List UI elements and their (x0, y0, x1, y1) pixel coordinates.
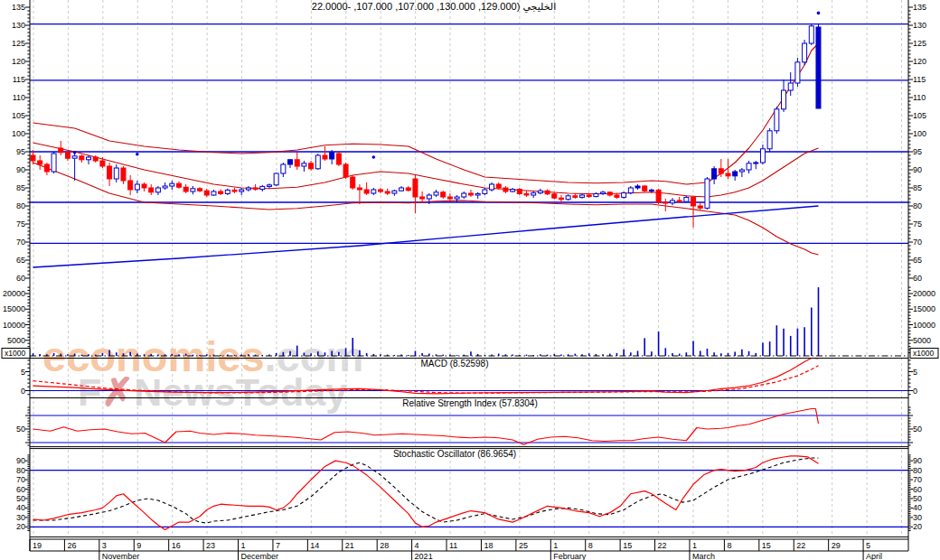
candle (135, 184, 139, 190)
candle (281, 164, 286, 173)
svg-text:50: 50 (16, 494, 25, 503)
candle (490, 184, 494, 190)
svg-text:40: 40 (16, 503, 25, 512)
svg-text:1: 1 (241, 541, 246, 550)
candle (580, 195, 585, 197)
svg-text:130: 130 (12, 21, 25, 30)
svg-text:9: 9 (136, 541, 141, 550)
candle (59, 148, 63, 153)
candle (691, 197, 696, 206)
svg-text:120: 120 (12, 57, 25, 66)
candlestick-chart-svg: 1351351301301251251201201151151101101051… (0, 0, 940, 560)
candle (183, 187, 188, 191)
candle (65, 153, 70, 158)
candle (87, 157, 91, 160)
svg-text:100: 100 (12, 129, 25, 138)
svg-text:March: March (692, 552, 715, 560)
candle (601, 192, 606, 194)
candle (260, 186, 265, 189)
candle (323, 155, 327, 159)
candle (93, 157, 98, 161)
candle (747, 163, 751, 170)
svg-text:10000: 10000 (913, 321, 935, 330)
candle (587, 195, 591, 197)
svg-text:19: 19 (33, 541, 42, 550)
candle (212, 191, 216, 195)
date-axis: 1926391623171421284111825181522181522295… (30, 539, 882, 560)
svg-text:15: 15 (762, 541, 771, 550)
candle (427, 195, 431, 199)
svg-text:135: 135 (12, 3, 25, 12)
candle (420, 197, 425, 199)
candle (204, 191, 209, 195)
svg-text:23: 23 (206, 541, 215, 550)
candle (315, 155, 320, 169)
svg-text:70: 70 (913, 475, 922, 484)
svg-text:70: 70 (16, 238, 25, 247)
candle (607, 192, 612, 195)
candle (809, 26, 813, 43)
candle (392, 191, 397, 193)
candle (677, 201, 682, 201)
candle (531, 193, 536, 195)
svg-text:100: 100 (913, 129, 926, 138)
candle (441, 192, 446, 197)
svg-text:60: 60 (16, 485, 25, 494)
svg-text:85: 85 (913, 183, 922, 192)
svg-text:15: 15 (623, 541, 632, 550)
svg-text:90: 90 (913, 456, 922, 465)
svg-text:5: 5 (913, 368, 917, 377)
candle (733, 172, 738, 176)
chart-title-ohlc-values: 22.0000- ,107.000 ,107.000 ,130.000 ,129… (312, 1, 521, 12)
svg-text:80: 80 (913, 201, 922, 210)
candle (232, 190, 237, 191)
candle (698, 206, 702, 208)
candle (343, 164, 348, 177)
svg-text:105: 105 (913, 111, 926, 120)
candle (170, 183, 174, 186)
svg-text:30: 30 (16, 513, 25, 522)
candle (100, 161, 105, 166)
candle (191, 189, 195, 191)
chart-title-symbol: الخليجي (522, 1, 556, 12)
candle (684, 197, 689, 201)
candle (788, 83, 793, 90)
svg-text:135: 135 (913, 3, 926, 12)
candle (649, 190, 653, 191)
candle (128, 181, 133, 190)
candle (760, 149, 765, 163)
candle (149, 188, 154, 192)
candle (225, 190, 230, 193)
candle (31, 155, 35, 161)
candle (219, 191, 223, 193)
svg-text:29: 29 (832, 541, 841, 550)
svg-text:22: 22 (658, 541, 667, 550)
svg-text:80: 80 (16, 201, 25, 210)
candle (434, 192, 438, 195)
svg-text:3: 3 (102, 541, 107, 550)
svg-text:85: 85 (16, 183, 25, 192)
svg-text:65: 65 (16, 256, 25, 265)
svg-text:75: 75 (913, 219, 922, 229)
svg-text:75: 75 (16, 219, 25, 229)
svg-text:90: 90 (16, 456, 25, 465)
svg-text:10000: 10000 (3, 321, 25, 330)
candle (594, 193, 598, 196)
candle (803, 43, 807, 62)
candle (309, 163, 314, 169)
svg-text:November: November (102, 552, 140, 560)
candle (364, 190, 369, 193)
candle (656, 190, 661, 202)
candle (552, 194, 557, 198)
svg-text:18: 18 (484, 541, 493, 550)
svg-text:80: 80 (16, 466, 25, 475)
svg-text:MACD (8.52598): MACD (8.52598) (420, 359, 488, 369)
svg-text:Relative Strength Index (57.83: Relative Strength Index (57.8304) (402, 398, 538, 408)
pane-borders (30, 0, 908, 551)
svg-text:20: 20 (16, 522, 25, 531)
candle (52, 154, 56, 172)
svg-text:11: 11 (449, 541, 457, 550)
candle (72, 156, 77, 158)
svg-text:0: 0 (21, 387, 25, 396)
svg-text:22: 22 (796, 541, 805, 550)
